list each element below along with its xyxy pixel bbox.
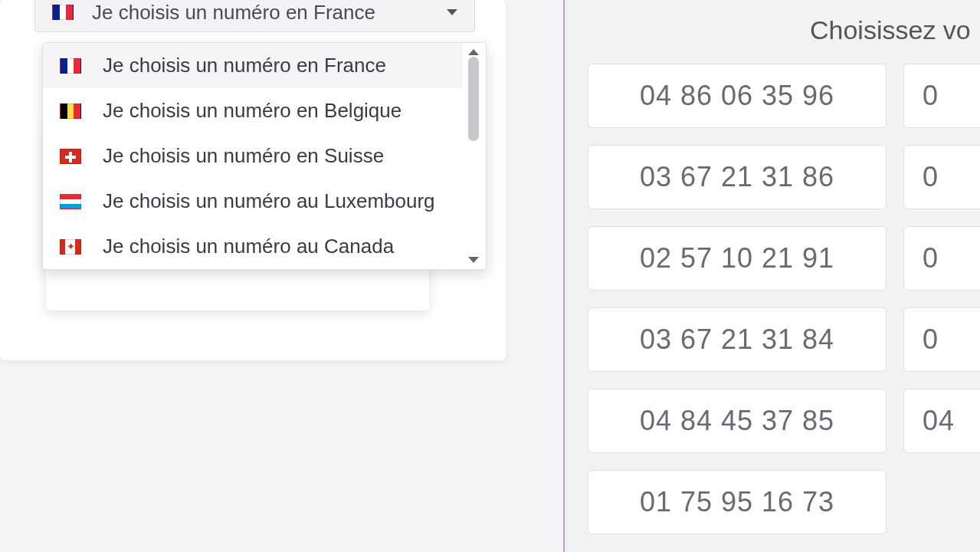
country-select[interactable]: Je choisis un numéro en France — [34, 0, 475, 32]
phone-number-option[interactable]: 03 67 21 31 84 — [588, 307, 887, 372]
country-option-label: Je choisis un numéro en Belgique — [103, 99, 402, 123]
panel-title: Choisissez vo — [810, 15, 980, 45]
country-option-luxembourg[interactable]: Je choisis un numéro au Luxembourg — [43, 179, 463, 224]
country-option-switzerland[interactable]: Je choisis un numéro en Suisse — [43, 133, 463, 179]
country-option-label: Je choisis un numéro en Suisse — [103, 144, 384, 168]
country-option-canada[interactable]: Je choisis un numéro au Canada — [43, 224, 463, 269]
scroll-up-icon[interactable] — [468, 49, 479, 55]
dropdown-scrollbar[interactable] — [464, 46, 483, 266]
phone-number-option[interactable]: 04 86 06 35 96 — [588, 64, 887, 128]
country-option-label: Je choisis un numéro en France — [103, 54, 386, 77]
number-picker-panel: Choisissez vo 04 86 06 35 96003 67 21 31… — [563, 0, 980, 552]
country-dropdown: Je choisis un numéro en FranceJe choisis… — [42, 42, 487, 270]
phone-number-option[interactable]: 04 84 45 37 85 — [588, 389, 887, 453]
phone-number-option[interactable]: 02 57 10 21 91 — [588, 226, 887, 291]
country-option-label: Je choisis un numéro au Canada — [103, 235, 394, 258]
scroll-down-icon[interactable] — [468, 257, 479, 263]
scroll-thumb[interactable] — [468, 57, 479, 141]
flag-canada-icon — [60, 239, 81, 255]
flag-belgium-icon — [60, 104, 81, 119]
flag-switzerland-icon — [60, 149, 81, 164]
flag-france-icon — [52, 5, 74, 20]
flag-france-icon — [60, 58, 81, 74]
phone-number-option[interactable]: 0 — [903, 307, 980, 372]
chevron-down-icon — [447, 9, 457, 15]
phone-number-option[interactable]: 0 — [903, 226, 980, 291]
phone-number-option[interactable]: 01 75 95 16 73 — [588, 470, 887, 534]
flag-luxembourg-icon — [60, 194, 81, 209]
country-select-label: Je choisis un numéro en France — [92, 1, 447, 25]
phone-number-option[interactable]: 03 67 21 31 86 — [588, 145, 887, 209]
country-option-france[interactable]: Je choisis un numéro en France — [43, 43, 463, 88]
phone-number-option[interactable]: 0 — [903, 64, 980, 128]
left-panel: Je choisis un numéro en France Je choisi… — [0, 0, 506, 360]
phone-number-option[interactable]: 04 — [903, 389, 980, 453]
phone-number-option[interactable]: 0 — [903, 145, 980, 209]
country-option-label: Je choisis un numéro au Luxembourg — [103, 189, 435, 213]
country-option-belgium[interactable]: Je choisis un numéro en Belgique — [43, 88, 463, 133]
